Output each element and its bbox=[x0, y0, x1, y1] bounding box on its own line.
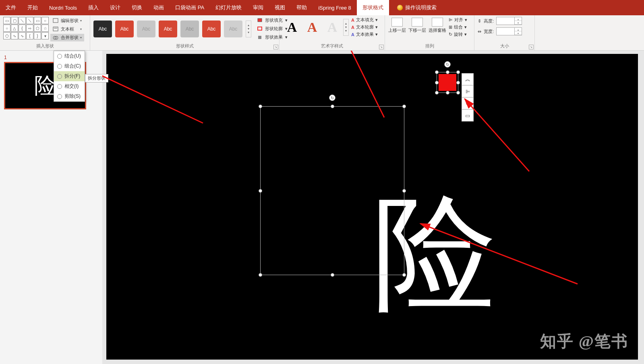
tab-nordri[interactable]: Nordri Tools bbox=[43, 0, 83, 15]
wordart-3[interactable]: A bbox=[323, 17, 342, 37]
style-swatch-2[interactable]: Abc bbox=[115, 21, 134, 37]
style-swatch-4[interactable]: Abc bbox=[159, 21, 177, 37]
tab-bar: 文件 开始 Nordri Tools 插入 设计 切换 动画 口袋动画 PA 幻… bbox=[0, 0, 644, 15]
style-swatch-7[interactable]: Abc bbox=[224, 21, 242, 37]
width-spinner[interactable]: ▴▾ bbox=[496, 27, 522, 35]
wordart-gallery[interactable]: A A A ▴▾▾ bbox=[283, 17, 349, 37]
text-fill-button[interactable]: A文本填充▾ bbox=[351, 17, 378, 23]
shape-style-gallery[interactable]: Abc Abc Abc Abc Abc Abc Abc ▴▾▾ bbox=[93, 21, 251, 37]
svg-rect-7 bbox=[258, 36, 261, 39]
watermark: 知乎 @笔书 bbox=[540, 330, 628, 352]
bulb-icon bbox=[397, 5, 403, 10]
svg-rect-6 bbox=[258, 27, 262, 30]
merge-fragment[interactable]: 拆分(F) bbox=[54, 71, 85, 81]
tool-more-icon[interactable]: ▭ bbox=[462, 109, 474, 121]
tab-insert[interactable]: 插入 bbox=[83, 0, 104, 15]
tab-transition[interactable]: 切换 bbox=[126, 0, 148, 15]
ribbon: ▭▢＼＼▭○ ○△{⇨⬠☆ ⬡∿∿{}▾ 编辑形状▾ 文本框▾ 合并形状▾ 插入… bbox=[0, 15, 644, 51]
tab-slideshow[interactable]: 幻灯片放映 bbox=[210, 0, 247, 15]
bring-forward-button[interactable]: 上移一层 bbox=[388, 17, 406, 34]
width-row: ⇔宽度: ▴▾ bbox=[478, 27, 522, 35]
tab-view[interactable]: 视图 bbox=[269, 0, 291, 15]
tab-design[interactable]: 设计 bbox=[104, 0, 126, 15]
group-insert-shape: ▭▢＼＼▭○ ○△{⇨⬠☆ ⬡∿∿{}▾ 编辑形状▾ 文本框▾ 合并形状▾ 插入… bbox=[0, 15, 90, 50]
style-swatch-5[interactable]: Abc bbox=[180, 21, 199, 37]
rotate-button[interactable]: ↻旋转▾ bbox=[449, 31, 467, 37]
tab-review[interactable]: 审阅 bbox=[247, 0, 269, 15]
group-label-insert-shape: 插入形状 bbox=[3, 43, 87, 49]
group-size: ⇕高度: ▴▾ ⇔宽度: ▴▾ 大小 ↘ bbox=[474, 15, 535, 50]
width-label: 宽度: bbox=[484, 29, 494, 35]
merge-subtract[interactable]: 剪除(S) bbox=[54, 91, 85, 101]
svg-rect-1 bbox=[53, 27, 58, 31]
svg-rect-0 bbox=[53, 19, 58, 23]
height-spinner[interactable]: ▴▾ bbox=[496, 17, 522, 25]
text-box-button[interactable]: 文本框▾ bbox=[50, 25, 84, 33]
group-wordart: A A A ▴▾▾ A文本填充▾ A文本轮廓▾ A文本效果▾ 艺术字样式 ↘ bbox=[280, 15, 385, 50]
thumbnail-panel: 1 险 bbox=[0, 51, 102, 364]
send-backward-button[interactable]: 下移一层 bbox=[408, 17, 426, 34]
shape-gallery[interactable]: ▭▢＼＼▭○ ○△{⇨⬠☆ ⬡∿∿{}▾ bbox=[3, 17, 49, 39]
tab-home[interactable]: 开始 bbox=[22, 0, 43, 15]
group-button[interactable]: ⊞组合▾ bbox=[449, 24, 467, 30]
group-label-wordart: 艺术字样式 bbox=[283, 43, 381, 49]
tab-help[interactable]: 帮助 bbox=[291, 0, 313, 15]
text-selection-box[interactable] bbox=[260, 106, 404, 275]
slide[interactable]: 险 ︽ ⊫ ⧉ ▭ bbox=[106, 54, 638, 360]
group-label-size: 大小 bbox=[478, 43, 531, 49]
tab-pocket[interactable]: 口袋动画 PA bbox=[170, 0, 210, 15]
merge-intersect[interactable]: 相交(I) bbox=[54, 81, 85, 91]
tab-file[interactable]: 文件 bbox=[0, 0, 22, 15]
rotation-handle-text[interactable] bbox=[329, 95, 335, 101]
merge-combine[interactable]: 组合(C) bbox=[54, 61, 85, 71]
style-more-button[interactable]: ▴▾▾ bbox=[246, 21, 251, 37]
tab-ispring[interactable]: iSpring Free 8 bbox=[313, 0, 357, 15]
wordart-1[interactable]: A bbox=[283, 17, 301, 37]
text-effects-button[interactable]: A文本效果▾ bbox=[351, 31, 378, 37]
tooltip-fragment: 拆分形状 bbox=[85, 74, 108, 82]
group-label-arrange: 排列 bbox=[388, 43, 471, 49]
selection-pane-button[interactable]: 选择窗格 bbox=[429, 17, 446, 34]
tool-align-icon[interactable]: ⊫ bbox=[462, 85, 474, 97]
group-shape-styles: Abc Abc Abc Abc Abc Abc Abc ▴▾▾ 形状填充 ▾ 形… bbox=[90, 15, 280, 50]
height-input[interactable] bbox=[497, 17, 514, 25]
wordart-more-button[interactable]: ▴▾▾ bbox=[343, 19, 349, 36]
tab-format[interactable]: 形状格式 bbox=[357, 0, 389, 15]
merge-shapes-menu: 结合(U) 组合(C) 拆分(F) 相交(I) 剪除(S) bbox=[54, 51, 85, 102]
search-label: 操作说明搜索 bbox=[405, 4, 437, 11]
thumb-number: 1 bbox=[4, 55, 7, 60]
wordart-2[interactable]: A bbox=[303, 17, 321, 37]
tool-collapse-icon[interactable]: ︽ bbox=[462, 73, 474, 85]
dialog-launcher-styles[interactable]: ↘ bbox=[273, 45, 278, 49]
square-selection-box[interactable] bbox=[437, 72, 458, 93]
height-row: ⇕高度: ▴▾ bbox=[478, 17, 522, 25]
canvas-area[interactable]: 险 ︽ ⊫ ⧉ ▭ bbox=[102, 51, 644, 364]
svg-rect-5 bbox=[258, 19, 262, 22]
tab-search[interactable]: 操作说明搜索 bbox=[391, 0, 442, 15]
style-swatch-1[interactable]: Abc bbox=[93, 21, 112, 37]
edit-shape-button[interactable]: 编辑形状▾ bbox=[50, 17, 84, 25]
merge-shapes-button[interactable]: 合并形状▾ bbox=[50, 34, 84, 41]
style-swatch-6[interactable]: Abc bbox=[202, 21, 221, 37]
dialog-launcher-wordart[interactable]: ↘ bbox=[379, 45, 384, 49]
width-input[interactable] bbox=[497, 28, 514, 35]
style-swatch-3[interactable]: Abc bbox=[137, 21, 155, 37]
floating-toolbar: ︽ ⊫ ⧉ ▭ bbox=[462, 73, 474, 121]
merge-union[interactable]: 结合(U) bbox=[54, 51, 85, 61]
tab-animation[interactable]: 动画 bbox=[148, 0, 170, 15]
text-outline-button[interactable]: A文本轮廓▾ bbox=[351, 24, 378, 30]
height-label: 高度: bbox=[484, 18, 494, 24]
workspace: 1 险 险 ︽ bbox=[0, 51, 644, 364]
dialog-launcher-size[interactable]: ↘ bbox=[529, 45, 534, 49]
group-label-shape-styles: 形状样式 bbox=[93, 43, 276, 49]
group-arrange: 上移一层 下移一层 选择窗格 ⊫对齐▾ ⊞组合▾ ↻旋转▾ 排列 bbox=[385, 15, 474, 50]
rotation-handle-square[interactable] bbox=[444, 61, 451, 68]
tool-duplicate-icon[interactable]: ⧉ bbox=[462, 97, 474, 109]
align-button[interactable]: ⊫对齐▾ bbox=[449, 17, 467, 23]
